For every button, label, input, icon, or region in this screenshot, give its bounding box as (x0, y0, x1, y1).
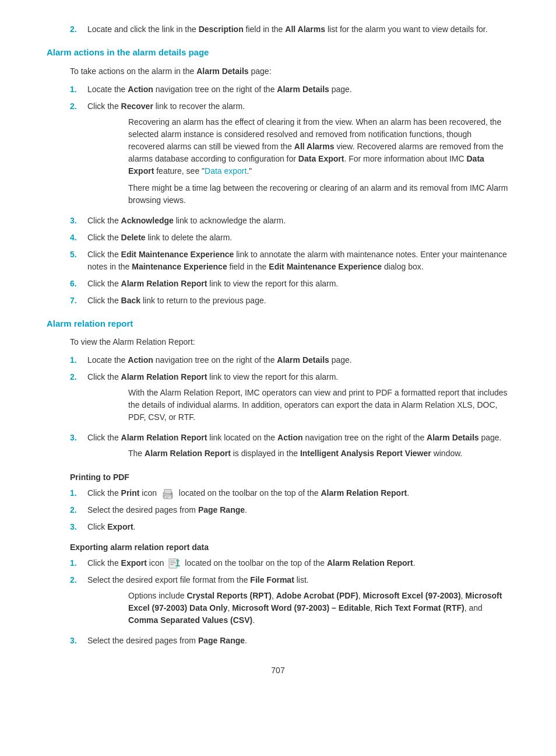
svg-rect-11 (177, 561, 178, 566)
list-item: 3. Click the Alarm Relation Report link … (47, 432, 509, 463)
list-item: 2. Select the desired export file format… (47, 574, 509, 630)
list-item: 1. Click the Print icon located o (47, 487, 509, 499)
printing-heading: Printing to PDF (70, 471, 509, 484)
item-content: Click the Print icon located on the tool… (87, 487, 509, 499)
item-num: 3. (70, 521, 84, 533)
item-num: 2. (70, 574, 84, 630)
section1-list: 1. Locate the Action navigation tree on … (47, 83, 509, 307)
section2-heading: Alarm relation report (47, 317, 509, 331)
list-item: 3. Click Export. (47, 521, 509, 533)
list-item: 2. Click the Alarm Relation Report link … (47, 371, 509, 427)
item-content: Click the Recover link to recover the al… (87, 100, 509, 210)
printing-list: 1. Click the Print icon located o (47, 487, 509, 533)
svg-rect-3 (166, 496, 170, 497)
note-block: Recovering an alarm has the effect of cl… (128, 116, 509, 206)
list-item: 5. Click the Edit Maintenance Experience… (47, 249, 509, 273)
list-item: 1. Locate the Action navigation tree on … (47, 83, 509, 96)
item-num: 6. (70, 278, 84, 290)
item-num: 5. (70, 249, 84, 273)
item-num: 1. (70, 557, 84, 569)
item-num: 1. (70, 487, 84, 499)
print-icon (161, 488, 174, 499)
item-content: Select the desired pages from Page Range… (87, 504, 509, 516)
list-item: 2. Select the desired pages from Page Ra… (47, 504, 509, 516)
top-item-2: 2. Locate and click the link in the Desc… (47, 23, 509, 36)
item-num: 7. (70, 295, 84, 307)
item-num: 2. (70, 371, 84, 427)
item-content: Click the Alarm Relation Report link to … (87, 278, 509, 290)
item-num: 3. (70, 635, 84, 647)
item-content: Locate the Action navigation tree on the… (87, 83, 509, 96)
page-number: 707 (47, 664, 509, 677)
section2-list: 1. Locate the Action navigation tree on … (47, 354, 509, 463)
exporting-list: 1. Click the Export icon (47, 557, 509, 647)
item-content: Click the Back link to return to the pre… (87, 295, 509, 307)
item-num: 3. (70, 215, 84, 227)
list-item: 1. Click the Export icon (47, 557, 509, 569)
item-content: Click the Alarm Relation Report link loc… (87, 432, 509, 463)
item-content: Select the desired pages from Page Range… (87, 635, 509, 647)
item-num: 4. (70, 232, 84, 244)
exporting-heading: Exporting alarm relation report data (70, 541, 509, 554)
item-num: 2. (70, 504, 84, 516)
item-content: Locate the Action navigation tree on the… (87, 354, 509, 366)
svg-rect-6 (169, 559, 177, 568)
section1-intro: To take actions on the alarm in the Alar… (70, 65, 509, 78)
list-item: 2. Click the Recover link to recover the… (47, 100, 509, 210)
svg-rect-1 (164, 489, 171, 494)
section2-intro: To view the Alarm Relation Report: (70, 336, 509, 348)
item-content-top: Locate and click the link in the Descrip… (87, 23, 488, 36)
item-num: 1. (70, 83, 84, 96)
note-block: Options include Crystal Reports (RPT), A… (128, 590, 509, 626)
item-content: Select the desired export file format fr… (87, 574, 509, 630)
svg-rect-7 (170, 561, 175, 562)
svg-rect-4 (166, 498, 168, 498)
item-content: Click Export. (87, 521, 509, 533)
note-block: The Alarm Relation Report is displayed i… (128, 447, 509, 460)
list-item: 3. Select the desired pages from Page Ra… (47, 635, 509, 647)
data-export-link[interactable]: Data export (205, 166, 247, 176)
item-num: 3. (70, 432, 84, 463)
section-alarm-relation: Alarm relation report To view the Alarm … (47, 317, 509, 648)
svg-rect-8 (170, 562, 176, 564)
export-icon (166, 558, 185, 568)
page-container: 2. Locate and click the link in the Desc… (0, 0, 556, 756)
list-item: 7. Click the Back link to return to the … (47, 295, 509, 307)
item-num-top: 2. (70, 23, 84, 36)
list-item: 3. Click the Acknowledge link to acknowl… (47, 215, 509, 227)
item-content: Click the Edit Maintenance Experience li… (87, 249, 509, 273)
svg-rect-5 (171, 494, 172, 495)
section1-heading: Alarm actions in the alarm details page (47, 46, 509, 60)
item-content: Click the Export icon located on the (87, 557, 509, 569)
svg-rect-9 (170, 564, 174, 565)
list-item: 1. Locate the Action navigation tree on … (47, 354, 509, 366)
list-item: 4. Click the Delete link to delete the a… (47, 232, 509, 244)
item-content: Click the Alarm Relation Report link to … (87, 371, 509, 427)
item-num: 1. (70, 354, 84, 366)
item-content: Click the Acknowledge link to acknowledg… (87, 215, 509, 227)
note-block: With the Alarm Relation Report, IMC oper… (128, 387, 509, 424)
item-content: Click the Delete link to delete the alar… (87, 232, 509, 244)
section-alarm-actions: Alarm actions in the alarm details page … (47, 46, 509, 307)
item-num: 2. (70, 100, 84, 210)
list-item: 6. Click the Alarm Relation Report link … (47, 278, 509, 290)
svg-rect-12 (175, 565, 180, 566)
